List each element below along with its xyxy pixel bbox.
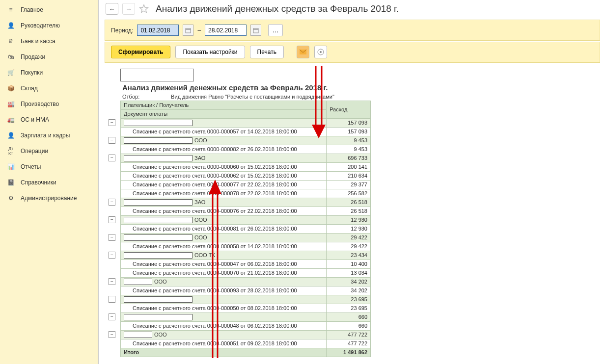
sidebar-item-warehouse[interactable]: 📦 Склад <box>0 80 98 96</box>
detail-doc: Списание с расчетного счета 0000-000060 … <box>121 163 327 172</box>
sidebar-item-main[interactable]: ≡ Главное <box>0 2 98 18</box>
group-total: 157 093 <box>327 119 371 128</box>
detail-row[interactable]: Списание с расчетного счета 0000-000077 … <box>121 181 371 189</box>
tree-toggle[interactable] <box>109 199 115 206</box>
tree-toggle[interactable] <box>109 278 115 285</box>
group-row[interactable]: 23 695 <box>121 295 371 304</box>
sidebar-item-production[interactable]: 🏭 Производство <box>0 96 98 112</box>
tree-toggle[interactable] <box>109 137 115 144</box>
sidebar-item-label: Производство <box>21 101 59 107</box>
group-row[interactable]: ООО477 722 <box>121 331 371 339</box>
group-row[interactable]: ООО29 422 <box>121 234 371 242</box>
period-dash: – <box>197 27 201 34</box>
detail-row[interactable]: Списание с расчетного счета 0000-000078 … <box>121 189 371 198</box>
show-settings-button[interactable]: Показать настройки <box>175 46 245 58</box>
sidebar-item-sales[interactable]: 🛍 Продажи <box>0 49 98 65</box>
titlebar: ← → Анализ движений денежных средств за … <box>99 0 606 20</box>
report-area[interactable]: Анализ движений денежных средств за Февр… <box>105 66 600 358</box>
group-row[interactable]: 157 093 <box>121 119 371 128</box>
group-total: 29 422 <box>327 234 371 242</box>
sidebar-item-admin[interactable]: ⚙ Администрирование <box>0 190 98 206</box>
group-row[interactable]: ЗАО696 733 <box>121 154 371 163</box>
sidebar-item-purchases[interactable]: 🛒 Покупки <box>0 65 98 80</box>
send-email-button[interactable] <box>297 46 309 58</box>
date-from-input[interactable] <box>137 25 179 36</box>
detail-sum: 13 034 <box>327 269 371 278</box>
sidebar-item-reports[interactable]: 📊 Отчеты <box>0 159 98 175</box>
group-row[interactable]: ООО ТК23 434 <box>121 251 371 260</box>
group-row[interactable]: ООО34 202 <box>121 278 371 286</box>
period-more-button[interactable]: … <box>268 24 283 36</box>
detail-row[interactable]: Списание с расчетного счета 0000-000081 … <box>121 225 371 234</box>
tree-toggle[interactable] <box>109 313 115 320</box>
tree-toggle[interactable] <box>109 331 115 338</box>
detail-sum: 200 141 <box>327 163 371 172</box>
group-row[interactable]: ЗАО26 518 <box>121 198 371 207</box>
detail-doc: Списание с расчетного счета 0000-000058 … <box>121 242 327 251</box>
print-button[interactable]: Печать <box>250 46 284 58</box>
tree-toggle[interactable] <box>109 216 115 223</box>
cart-icon: 🛒 <box>7 69 15 77</box>
detail-doc: Списание с расчетного счета 0000-000048 … <box>121 322 327 331</box>
detail-row[interactable]: Списание с расчетного счета 0000-000058 … <box>121 242 371 251</box>
tree-toggle[interactable] <box>109 155 115 161</box>
sidebar-item-label: Банк и касса <box>21 38 55 45</box>
sidebar-item-label: Главное <box>21 6 43 13</box>
sidebar-item-catalogs[interactable]: 📓 Справочники <box>0 175 98 190</box>
tree-toggle[interactable] <box>109 296 115 303</box>
nav-back-button[interactable]: ← <box>106 3 118 15</box>
sidebar-item-assets[interactable]: 🚛 ОС и НМА <box>0 112 98 128</box>
redacted-name-box <box>124 137 193 144</box>
detail-sum: 23 695 <box>327 304 371 313</box>
group-row[interactable]: ООО12 930 <box>121 216 371 225</box>
detail-row[interactable]: Списание с расчетного счета 0000-000093 … <box>121 286 371 295</box>
chart-icon: 📊 <box>7 163 15 171</box>
group-row[interactable]: 660 <box>121 313 371 322</box>
redacted-name-box <box>124 217 193 223</box>
detail-row[interactable]: Списание с расчетного счета 0000-000062 … <box>121 172 371 181</box>
tree-toggle[interactable] <box>109 252 115 259</box>
group-name-suffix: ООО ТК <box>194 252 215 259</box>
action-bar: Сформировать Показать настройки Печать <box>105 42 600 63</box>
run-report-button[interactable]: Сформировать <box>111 46 170 58</box>
report-grid[interactable]: Плательщик / ПолучательРасходДокумент оп… <box>120 101 371 357</box>
detail-row[interactable]: Списание с расчетного счета 0000-000051 … <box>121 339 371 348</box>
detail-row[interactable]: Списание с расчетного счета 0000-000082 … <box>121 145 371 154</box>
detail-doc: Списание с расчетного счета 0000-000047 … <box>121 260 327 269</box>
group-row[interactable]: ООО9 453 <box>121 136 371 145</box>
detail-row[interactable]: Списание с расчетного счета 0000-000060 … <box>121 163 371 172</box>
sidebar-item-label: Склад <box>21 85 38 92</box>
detail-doc: Списание с расчетного счета 0000-000057 … <box>121 128 327 136</box>
tree-toggle[interactable] <box>109 234 115 241</box>
sidebar-item-bank[interactable]: ₽ Банк и касса <box>0 33 98 49</box>
favorite-star-icon[interactable] <box>139 4 149 14</box>
date-to-input[interactable] <box>205 25 247 36</box>
detail-row[interactable]: Списание с расчетного счета 0000-000076 … <box>121 207 371 216</box>
sidebar-item-label: Отчеты <box>21 163 41 170</box>
detail-row[interactable]: Списание с расчетного счета 0000-000057 … <box>121 128 371 136</box>
calendar-to-button[interactable] <box>250 25 261 36</box>
sidebar-item-label: Продажи <box>21 53 45 60</box>
detail-doc: Списание с расчетного счета 0000-000078 … <box>121 189 327 198</box>
tree-toggle[interactable] <box>109 119 115 126</box>
group-total: 660 <box>327 313 371 322</box>
sidebar-item-label: Справочники <box>21 179 56 186</box>
group-total: 477 722 <box>327 331 371 339</box>
detail-sum: 477 722 <box>327 339 371 348</box>
sidebar-item-operations[interactable]: ДтКт Операции <box>0 143 98 159</box>
calendar-from-button[interactable] <box>183 25 193 36</box>
params-bar: Период: – … <box>105 20 600 41</box>
sidebar-item-hr[interactable]: 👤 Зарплата и кадры <box>0 128 98 143</box>
nav-forward-button[interactable]: → <box>122 3 135 15</box>
period-label: Период: <box>111 27 133 34</box>
detail-row[interactable]: Списание с расчетного счета 0000-000047 … <box>121 260 371 269</box>
filter-value: Вид движения Равно "Расчеты с поставщика… <box>171 94 334 100</box>
group-total: 23 695 <box>327 295 371 304</box>
detail-sum: 12 930 <box>327 225 371 234</box>
save-button[interactable] <box>314 46 327 58</box>
sidebar-item-manager[interactable]: 👤 Руководителю <box>0 18 98 33</box>
detail-row[interactable]: Списание с расчетного счета 0000-000070 … <box>121 269 371 278</box>
detail-row[interactable]: Списание с расчетного счета 0000-000048 … <box>121 322 371 331</box>
detail-row[interactable]: Списание с расчетного счета 0000-000050 … <box>121 304 371 313</box>
detail-sum: 26 518 <box>327 207 371 216</box>
